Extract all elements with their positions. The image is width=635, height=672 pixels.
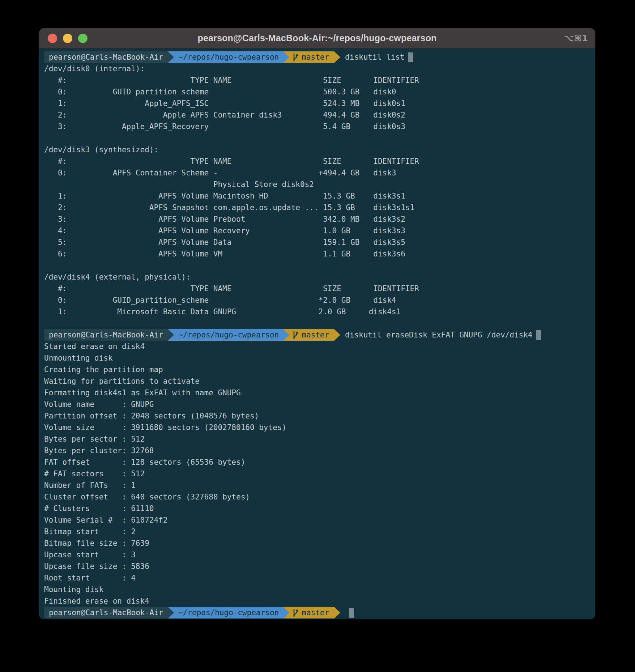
output-line: Bytes per sector : 512 xyxy=(44,433,590,445)
output-line: Bitmap file size : 7639 xyxy=(44,537,590,549)
prompt-line: pearson@Carls-MacBook-Air ~/repos/hugo-c… xyxy=(44,51,590,63)
powerline-arrow-icon xyxy=(334,329,340,341)
output-line: Bytes per cluster: 32768 xyxy=(44,445,590,456)
output-line: Mounting disk xyxy=(44,584,590,595)
output-line: 6: APFS Volume VM 1.1 GB disk3s6 xyxy=(44,248,590,260)
output-line xyxy=(44,260,590,271)
command-text: diskutil eraseDisk ExFAT GNUPG /dev/disk… xyxy=(340,329,532,341)
terminal-cursor[interactable] xyxy=(349,608,354,618)
prompt-line: pearson@Carls-MacBook-Air ~/repos/hugo-c… xyxy=(44,329,590,341)
powerline-arrow-icon xyxy=(168,607,174,618)
powerline-arrow-icon xyxy=(334,607,340,618)
output-line: # FAT sectors : 512 xyxy=(44,468,590,480)
prompt-user-host: pearson@Carls-MacBook-Air xyxy=(44,329,168,341)
output-line: Physical Store disk0s2 xyxy=(44,179,590,190)
output-line: 5: APFS Volume Data 159.1 GB disk3s5 xyxy=(44,237,590,248)
prompt-path: ~/repos/hugo-cwpearson xyxy=(174,51,283,63)
prompt-branch-segment: master xyxy=(289,607,334,618)
powerline-arrow-icon xyxy=(283,329,289,341)
terminal-window: pearson@Carls-MacBook-Air:~/repos/hugo-c… xyxy=(39,28,595,619)
titlebar[interactable]: pearson@Carls-MacBook-Air:~/repos/hugo-c… xyxy=(39,28,595,48)
command-text: diskutil list xyxy=(340,51,404,63)
output-line: 3: Apple_APFS_Recovery 5.4 GB disk0s3 xyxy=(44,121,590,132)
prompt-branch: master xyxy=(302,607,329,618)
output-line: Finished erase on disk4 xyxy=(44,595,590,607)
output-line: 0: APFS Container Scheme - +494.4 GB dis… xyxy=(44,167,590,179)
output-line: Volume name : GNUPG xyxy=(44,399,590,410)
output-line: 3: APFS Volume Preboot 342.0 MB disk3s2 xyxy=(44,213,590,225)
git-branch-icon xyxy=(292,330,299,340)
output-line: #: TYPE NAME SIZE IDENTIFIER xyxy=(44,283,590,294)
output-line: Bitmap start : 2 xyxy=(44,526,590,537)
window-shortcut-badge: ⌥⌘1 xyxy=(564,28,588,48)
terminal-content[interactable]: pearson@Carls-MacBook-Air ~/repos/hugo-c… xyxy=(39,48,595,618)
output-line: Cluster offset : 640 sectors (327680 byt… xyxy=(44,491,590,503)
output-line: #: TYPE NAME SIZE IDENTIFIER xyxy=(44,75,590,86)
output-line: Number of FATs : 1 xyxy=(44,480,590,491)
output-line: Root start : 4 xyxy=(44,572,590,584)
prompt-user-host: pearson@Carls-MacBook-Air xyxy=(44,51,168,63)
git-branch-icon xyxy=(292,608,299,618)
output-line: /dev/disk3 (synthesized): xyxy=(44,144,590,156)
powerline-arrow-icon xyxy=(283,607,289,618)
output-line: Partition offset : 2048 sectors (1048576… xyxy=(44,410,590,422)
output-line: /dev/disk0 (internal): xyxy=(44,63,590,75)
prompt-branch: master xyxy=(302,51,329,63)
output-line: Volume Serial # : 610724f2 xyxy=(44,514,590,526)
output-line: Upcase start : 3 xyxy=(44,549,590,561)
output-line: 4: APFS Volume Recovery 1.0 GB disk3s3 xyxy=(44,225,590,237)
prompt-path: ~/repos/hugo-cwpearson xyxy=(174,607,283,618)
output-line: Creating the partition map xyxy=(44,364,590,375)
prompt-branch-segment: master xyxy=(289,51,334,63)
output-line: Started erase on disk4 xyxy=(44,341,590,352)
powerline-arrow-icon xyxy=(168,51,174,63)
zoom-button[interactable] xyxy=(78,34,88,43)
output-line: # Clusters : 61110 xyxy=(44,503,590,514)
output-line: FAT offset : 128 sectors (65536 bytes) xyxy=(44,456,590,468)
output-line: 2: Apple_APFS Container disk3 494.4 GB d… xyxy=(44,109,590,121)
output-line: 0: GUID_partition_scheme 500.3 GB disk0 xyxy=(44,86,590,98)
terminal-cursor[interactable] xyxy=(536,330,541,340)
terminal-cursor[interactable] xyxy=(408,52,413,62)
powerline-arrow-icon xyxy=(283,51,289,63)
output-line: 1: Apple_APFS_ISC 524.3 MB disk0s1 xyxy=(44,98,590,109)
output-line: 1: Microsoft Basic Data GNUPG 2.0 GB dis… xyxy=(44,306,590,318)
prompt-branch: master xyxy=(302,329,329,341)
powerline-arrow-icon xyxy=(168,329,174,341)
output-line: Volume size : 3911680 sectors (200278016… xyxy=(44,422,590,433)
traffic-lights xyxy=(48,34,88,43)
powerline-arrow-icon xyxy=(334,51,340,63)
minimize-button[interactable] xyxy=(63,34,72,43)
git-branch-icon xyxy=(292,52,299,62)
prompt-user-host: pearson@Carls-MacBook-Air xyxy=(44,607,168,618)
output-line: 1: APFS Volume Macintosh HD 15.3 GB disk… xyxy=(44,190,590,202)
prompt-path: ~/repos/hugo-cwpearson xyxy=(174,329,283,341)
desktop-background: pearson@Carls-MacBook-Air:~/repos/hugo-c… xyxy=(0,0,635,672)
output-line xyxy=(44,132,590,144)
close-button[interactable] xyxy=(48,34,57,43)
output-line: Waiting for partitions to activate xyxy=(44,375,590,387)
output-line: 2: APFS Snapshot com.apple.os.update-...… xyxy=(44,202,590,213)
output-line: Unmounting disk xyxy=(44,352,590,364)
output-line: Upcase file size : 5836 xyxy=(44,561,590,572)
output-line: Formatting disk4s1 as ExFAT with name GN… xyxy=(44,387,590,399)
output-line: #: TYPE NAME SIZE IDENTIFIER xyxy=(44,156,590,167)
window-title: pearson@Carls-MacBook-Air:~/repos/hugo-c… xyxy=(39,33,595,43)
prompt-branch-segment: master xyxy=(289,329,334,341)
prompt-line: pearson@Carls-MacBook-Air ~/repos/hugo-c… xyxy=(44,607,590,618)
output-line: 0: GUID_partition_scheme *2.0 GB disk4 xyxy=(44,294,590,306)
output-line: /dev/disk4 (external, physical): xyxy=(44,271,590,283)
output-line xyxy=(44,318,590,329)
